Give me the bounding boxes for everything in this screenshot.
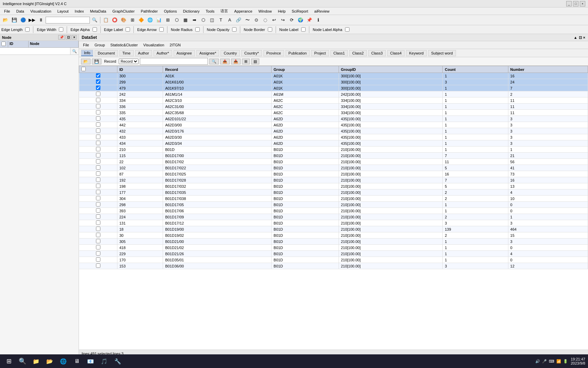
- arrow-button[interactable]: ➡: [190, 16, 198, 24]
- row-checkbox-13[interactable]: [96, 153, 100, 157]
- tool2-button[interactable]: ◌: [261, 16, 269, 24]
- row-check[interactable]: [79, 97, 117, 104]
- panel-close-button[interactable]: ×: [72, 35, 77, 40]
- row-checkbox-15[interactable]: [96, 165, 100, 170]
- row-checkbox-14[interactable]: [96, 159, 100, 164]
- edge-label-checkbox[interactable]: [126, 27, 130, 32]
- edge-alpha-checkbox[interactable]: [93, 27, 97, 32]
- menu-apperance[interactable]: Apperance: [231, 9, 255, 14]
- row-checkbox-10[interactable]: [96, 135, 100, 139]
- row-checkbox-23[interactable]: [96, 214, 100, 219]
- menu-graphcluster[interactable]: GraphCluster: [110, 9, 137, 14]
- tab-assignee-star[interactable]: Assignee*: [196, 50, 219, 56]
- tab-time[interactable]: Time: [119, 50, 134, 56]
- th-count[interactable]: Count: [443, 66, 508, 73]
- star-button[interactable]: ⬡: [199, 16, 207, 24]
- row-check[interactable]: [79, 220, 117, 226]
- taskbar-monitor-button[interactable]: 🖥: [71, 355, 83, 367]
- tab-class4[interactable]: Class4: [387, 50, 405, 56]
- pin-button[interactable]: 📌: [305, 16, 313, 24]
- tab-subject-word[interactable]: Subject word: [428, 50, 456, 56]
- row-check[interactable]: [79, 208, 117, 214]
- row-check[interactable]: [79, 128, 117, 134]
- info-button[interactable]: ℹ: [314, 16, 322, 24]
- taskbar-email-button[interactable]: 📧: [84, 355, 97, 367]
- row-checkbox-31[interactable]: [96, 263, 100, 268]
- tab-info[interactable]: Info: [81, 50, 93, 56]
- chart-button[interactable]: 📊: [155, 16, 163, 24]
- circle-button[interactable]: ⭕: [111, 16, 119, 24]
- tab-author-star[interactable]: Author*: [153, 50, 172, 56]
- row-check[interactable]: [79, 183, 117, 189]
- row-checkbox-28[interactable]: [96, 245, 100, 249]
- keyboard-icon[interactable]: ⌨: [549, 359, 554, 364]
- search-task-button[interactable]: 🔍: [16, 355, 29, 367]
- tab-document[interactable]: Document: [95, 50, 118, 56]
- menu-dictionary[interactable]: Dictionary: [180, 9, 202, 14]
- table-button[interactable]: 📋: [102, 16, 110, 24]
- tree-button[interactable]: T: [217, 16, 225, 24]
- node-opacity-checkbox[interactable]: [232, 27, 236, 32]
- row-checkbox-24[interactable]: [96, 220, 100, 225]
- tool1-button[interactable]: ⊙: [252, 16, 260, 24]
- record-export-button[interactable]: 📤: [220, 59, 230, 64]
- edge-arrow-checkbox[interactable]: [159, 27, 164, 32]
- tool5-button[interactable]: ⟳: [288, 16, 296, 24]
- menu-language[interactable]: 语言: [218, 8, 231, 14]
- th-group[interactable]: Group: [272, 66, 339, 73]
- row-checkbox-4[interactable]: [96, 98, 100, 102]
- row-check[interactable]: [79, 122, 117, 128]
- row-check[interactable]: [79, 159, 117, 165]
- main-search-input[interactable]: [46, 17, 90, 24]
- start-button[interactable]: ⊞: [3, 355, 15, 367]
- tab-class2[interactable]: Class2: [349, 50, 367, 56]
- row-check[interactable]: [79, 251, 117, 257]
- edge-width-checkbox[interactable]: [59, 27, 63, 32]
- row-checkbox-6[interactable]: [96, 110, 100, 114]
- record-search-input[interactable]: [140, 58, 208, 65]
- disk-button[interactable]: 💾: [92, 59, 101, 64]
- row-check[interactable]: [79, 196, 117, 202]
- taskbar-files-button[interactable]: 📁: [30, 355, 42, 367]
- tab-assignee[interactable]: Assignee: [174, 50, 195, 56]
- row-checkbox-20[interactable]: [96, 196, 100, 200]
- row-check[interactable]: [79, 104, 117, 110]
- row-check[interactable]: [79, 189, 117, 196]
- dataset-close[interactable]: ×: [583, 35, 585, 40]
- menu-index[interactable]: Index: [72, 9, 87, 14]
- curve-button[interactable]: 〜: [243, 16, 251, 24]
- record-import-button[interactable]: 📥: [231, 59, 241, 64]
- ds-menu-group[interactable]: Group: [93, 42, 107, 48]
- row-checkbox-0[interactable]: [96, 73, 100, 78]
- row-checkbox-2[interactable]: [96, 86, 100, 90]
- row-check[interactable]: [79, 85, 117, 91]
- row-check[interactable]: [79, 165, 117, 171]
- mic-icon[interactable]: 🎤: [542, 359, 547, 364]
- menu-window[interactable]: Window: [256, 9, 275, 14]
- row-checkbox-1[interactable]: [96, 79, 100, 84]
- menu-options[interactable]: Options: [161, 9, 180, 14]
- row-checkbox-17[interactable]: [96, 178, 100, 182]
- row-checkbox-11[interactable]: [96, 141, 100, 145]
- node-border-checkbox[interactable]: [268, 27, 272, 32]
- dataset-restore[interactable]: ⊡: [579, 35, 582, 40]
- save-button[interactable]: 💾: [10, 16, 18, 24]
- row-check[interactable]: [79, 232, 117, 239]
- row-check[interactable]: [79, 110, 117, 116]
- taskbar-folder-button[interactable]: 📂: [44, 355, 56, 367]
- row-check[interactable]: [79, 140, 117, 147]
- row-check[interactable]: [79, 116, 117, 122]
- tab-country[interactable]: Country: [220, 50, 240, 56]
- tab-keyword[interactable]: Keyword: [406, 50, 427, 56]
- hex-button[interactable]: ⬡: [173, 16, 181, 24]
- pause-button[interactable]: ⏸: [37, 16, 45, 24]
- edge-length-checkbox[interactable]: [25, 27, 30, 32]
- panel-restore-button[interactable]: ⊡: [66, 35, 71, 40]
- th-groupid[interactable]: GroupID: [339, 66, 443, 73]
- node-radius-checkbox[interactable]: [195, 27, 200, 32]
- forward-button[interactable]: ▶▶: [28, 16, 36, 24]
- record-search-button[interactable]: 🔍: [209, 59, 219, 64]
- node-search-button[interactable]: 🔍: [70, 48, 79, 55]
- close-button[interactable]: ×: [580, 1, 585, 6]
- ds-menu-file[interactable]: File: [81, 42, 91, 48]
